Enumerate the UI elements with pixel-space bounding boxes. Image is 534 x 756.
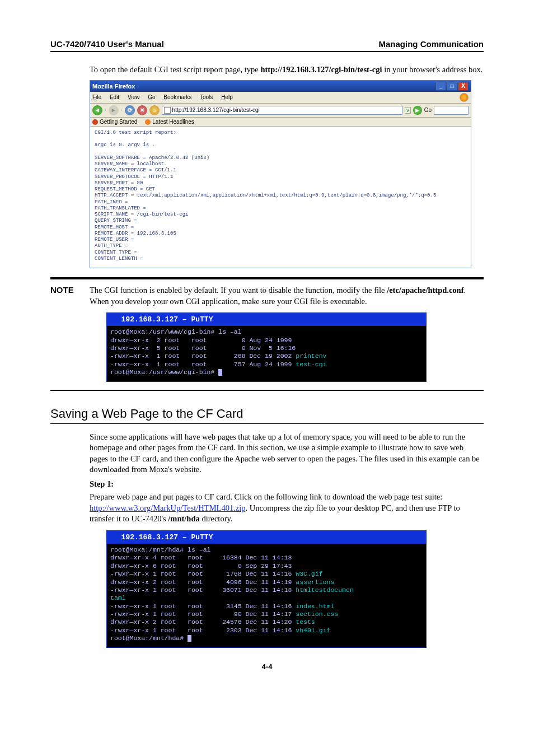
putty-body-2: root@Moxa:/mnt/hda# ls –al drwxr—xr-x 4 … <box>107 544 426 647</box>
file-indexhtml: index.html <box>296 603 334 610</box>
section-rule <box>50 423 484 424</box>
firefox-titlebar: Mozilla Firefox _ □ X <box>90 81 471 92</box>
menu-bookmarks[interactable]: Bookmarks <box>163 94 191 100</box>
stop-icon[interactable]: ✕ <box>137 105 147 115</box>
dir-assertions: assertions <box>296 578 334 586</box>
putty-body-1: root@Moxa:/usr/www/cgi-bin# ls –al drwxr… <box>107 326 426 381</box>
intro-post: in your browser's address box. <box>382 65 483 74</box>
menu-view[interactable]: View <box>128 94 140 100</box>
header-left: UC-7420/7410 User's Manual <box>50 39 164 49</box>
menu-file[interactable]: File <box>92 94 101 100</box>
firefox-window: Mozilla Firefox _ □ X File Edit View Go … <box>90 80 471 269</box>
bookmark-latest-headlines[interactable]: Latest Headlines <box>145 119 194 125</box>
close-icon[interactable]: X <box>458 82 469 91</box>
firefox-toolbar: ◄ · ► · ⟳ ✕ ⌂ http://192.168.3.127/cgi-b… <box>90 104 471 118</box>
minimize-icon[interactable]: _ <box>435 82 446 91</box>
file-htmltest: htmltestdocumen <box>296 586 354 594</box>
file-vh401gif: vh401.gif <box>296 627 330 634</box>
step1-bold: /mnt/hda <box>168 514 199 523</box>
note-text-pre: The CGI function is enabled by default. … <box>90 286 387 295</box>
reload-icon[interactable]: ⟳ <box>125 105 135 115</box>
note-block: NOTE The CGI function is enabled by defa… <box>50 285 484 307</box>
section-body: Since some applications will have web pa… <box>90 432 484 525</box>
file-testcgi: test-cgi <box>296 361 326 368</box>
note-body: The CGI function is enabled by default. … <box>90 285 484 307</box>
menu-tools[interactable]: Tools <box>200 94 213 100</box>
back-icon[interactable]: ◄ <box>92 105 102 115</box>
home-icon[interactable]: ⌂ <box>149 105 160 115</box>
forward-icon[interactable]: ► <box>109 105 119 115</box>
cursor-icon <box>188 635 191 642</box>
bookmark-getting-started[interactable]: Getting Started <box>92 119 137 125</box>
menu-go[interactable]: Go <box>148 94 155 100</box>
menu-help[interactable]: Help <box>221 94 233 100</box>
note-divider-bottom <box>50 390 484 391</box>
putty-window-1: 192.168.3.127 – PuTTY root@Moxa:/usr/www… <box>106 312 427 381</box>
step1-c: directory. <box>200 514 233 523</box>
putty-title-2: 192.168.3.127 – PuTTY <box>107 531 426 544</box>
intro-url-bold: http://192.168.3.127/cgi-bin/test-cgi <box>260 65 382 74</box>
page-icon <box>164 107 171 114</box>
section-para1: Since some applications will have web pa… <box>90 432 484 475</box>
cursor-icon <box>218 369 222 376</box>
dir-tests: tests <box>296 618 315 626</box>
url-dropdown[interactable]: v <box>405 107 411 114</box>
step1-label: Step 1: <box>90 479 114 488</box>
window-controls: _ □ X <box>435 82 469 91</box>
intro-paragraph: To open the default CGI test script repo… <box>90 64 484 76</box>
step1-link[interactable]: http://www.w3.org/MarkUp/Test/HTML401.zi… <box>90 503 246 512</box>
bookmark-icon <box>92 119 98 125</box>
search-box[interactable] <box>434 106 469 115</box>
header-right: Managing Communication <box>379 39 484 49</box>
putty-window-2: 192.168.3.127 – PuTTY root@Moxa:/mnt/hda… <box>106 530 427 648</box>
file-w3cgif: W3C.gif <box>296 570 322 577</box>
go-button[interactable]: ▶ <box>413 106 422 115</box>
intro-pre: To open the default CGI test script repo… <box>90 65 260 74</box>
step1-a: Prepare web page and put pages to CF car… <box>90 492 442 501</box>
throbber-icon <box>460 93 469 102</box>
file-sectioncss: section.css <box>296 610 338 618</box>
go-label: Go <box>424 107 432 113</box>
bookmark-icon <box>145 119 151 125</box>
note-divider-top <box>50 277 484 279</box>
bookmarks-bar: Getting Started Latest Headlines <box>90 118 471 127</box>
firefox-menubar: File Edit View Go Bookmarks Tools Help <box>90 92 471 104</box>
note-bold: /etc/apache/httpd.conf <box>387 286 463 295</box>
firefox-title-text: Mozilla Firefox <box>92 83 135 90</box>
address-bar[interactable]: http://192.168.3.127/cgi-bin/test-cgi <box>162 106 403 115</box>
putty-title-1: 192.168.3.127 – PuTTY <box>107 313 426 326</box>
page-header: UC-7420/7410 User's Manual Managing Comm… <box>50 39 484 52</box>
file-printenv: printenv <box>296 352 326 360</box>
address-text: http://192.168.3.127/cgi-bin/test-cgi <box>172 107 260 113</box>
file-htmltest-wrap: taml <box>110 594 126 601</box>
page: UC-7420/7410 User's Manual Managing Comm… <box>0 0 534 693</box>
note-label: NOTE <box>50 285 90 295</box>
section-heading: Saving a Web Page to the CF Card <box>50 407 484 421</box>
firefox-page-content: CGI/1.0 test script report: argc is 0. a… <box>90 127 471 268</box>
maximize-icon[interactable]: □ <box>447 82 457 91</box>
page-number: 4-4 <box>50 662 484 671</box>
menu-edit[interactable]: Edit <box>110 94 119 100</box>
